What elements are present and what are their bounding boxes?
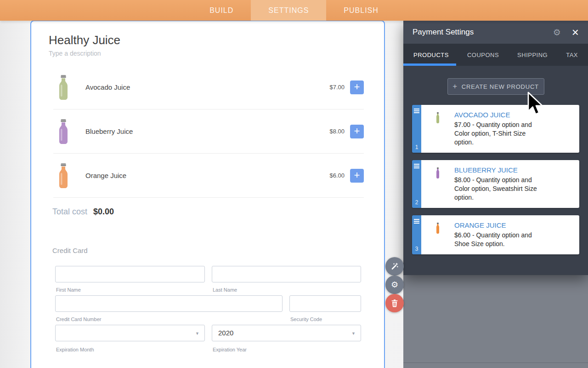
- panel-body: + CREATE NEW PRODUCT 1: [403, 66, 588, 254]
- product-price: $8.00: [329, 128, 345, 135]
- add-product-button[interactable]: +: [350, 80, 364, 94]
- product-card-name[interactable]: AVOCADO JUICE: [454, 111, 539, 119]
- product-thumbnail: [421, 166, 454, 178]
- tab-tax[interactable]: TAX: [566, 52, 578, 58]
- product-row: Blueberry Juice $8.00 +: [53, 109, 364, 154]
- expiration-month-select[interactable]: ▼: [55, 325, 205, 341]
- product-card-body: AVOCADO JUICE $7.00 - Quantity option an…: [421, 105, 579, 153]
- chevron-down-icon: ▼: [195, 331, 199, 336]
- add-product-button[interactable]: +: [350, 125, 364, 138]
- tab-build[interactable]: BUILD: [192, 0, 251, 21]
- product-name: Avocado Juice: [85, 83, 130, 91]
- tab-coupons[interactable]: COUPONS: [467, 52, 499, 58]
- product-row: Avocado Juice $7.00 +: [53, 65, 364, 109]
- product-card-description: $8.00 - Quantity option and Color option…: [454, 176, 539, 202]
- drag-handle-icon: [414, 164, 419, 169]
- juice-bottle-icon: [57, 163, 70, 189]
- card-index: 1: [412, 144, 421, 150]
- form-card: Healthy Juice Type a description Avocado…: [30, 20, 385, 368]
- tab-settings[interactable]: SETTINGS: [251, 0, 326, 21]
- form-description-placeholder[interactable]: Type a description: [49, 50, 101, 57]
- product-card[interactable]: 3 ORANGE JUICE $6.00 - Quantity option a…: [412, 215, 579, 254]
- product-price: $6.00: [329, 172, 345, 179]
- product-thumbnail: [421, 221, 454, 234]
- security-code-label: Security Code: [290, 316, 322, 322]
- product-card-name[interactable]: ORANGE JUICE: [454, 221, 539, 229]
- divider: [403, 362, 588, 363]
- plus-icon: +: [452, 82, 458, 91]
- gear-icon: ⚙: [391, 280, 398, 290]
- form-title[interactable]: Healthy Juice: [49, 33, 120, 47]
- product-card[interactable]: 1 AVOCADO JUICE $7.00 - Quantity option …: [412, 105, 579, 153]
- gear-icon[interactable]: ⚙: [553, 27, 561, 38]
- payment-settings-panel: Payment Settings ⚙ × PRODUCTS COUPONS SH…: [403, 21, 588, 275]
- product-card-body: ORANGE JUICE $6.00 - Quantity option and…: [421, 215, 579, 254]
- juice-bottle-icon: [435, 112, 440, 123]
- panel-tabs: PRODUCTS COUPONS SHIPPING TAX: [403, 44, 588, 66]
- drag-handle-icon: [414, 219, 419, 224]
- card-number-label: Credit Card Number: [56, 316, 101, 322]
- expiration-month-label: Expiration Month: [56, 347, 94, 352]
- product-card-text: ORANGE JUICE $6.00 - Quantity option and…: [454, 221, 539, 248]
- credit-card-section-label: Credit Card: [52, 247, 88, 254]
- product-thumbnail: [421, 111, 454, 123]
- create-new-product-label: CREATE NEW PRODUCT: [462, 83, 539, 90]
- product-card[interactable]: 2 BLUEBERRY JUICE $8.00 - Quantity optio…: [412, 160, 579, 208]
- juice-bottle-icon: [435, 167, 440, 178]
- plus-icon: +: [354, 125, 360, 137]
- expiration-year-select[interactable]: 2020 ▼: [212, 325, 361, 341]
- active-tab-underline: [403, 63, 456, 66]
- delete-button[interactable]: [385, 294, 404, 312]
- tab-products[interactable]: PRODUCTS: [413, 52, 449, 58]
- plus-icon: +: [354, 81, 360, 92]
- tab-shipping[interactable]: SHIPPING: [517, 52, 548, 58]
- product-name: Blueberry Juice: [85, 127, 133, 135]
- card-number-input[interactable]: [55, 295, 283, 312]
- juice-bottle-icon: [435, 223, 440, 234]
- product-card-body: BLUEBERRY JUICE $8.00 - Quantity option …: [421, 160, 579, 208]
- total-cost: Total cost $0.00: [52, 207, 114, 217]
- product-row: Orange Juice $6.00 +: [53, 154, 364, 198]
- add-product-button[interactable]: +: [350, 169, 364, 183]
- card-index: 3: [412, 246, 421, 252]
- drag-handle-icon: [414, 109, 419, 114]
- expiration-year-label: Expiration Year: [213, 347, 247, 352]
- trash-icon: [391, 299, 398, 307]
- panel-header: Payment Settings ⚙ ×: [403, 21, 588, 44]
- product-price: $7.00: [329, 84, 345, 91]
- first-name-label: First Name: [56, 287, 81, 293]
- juice-bottle-icon: [57, 119, 70, 144]
- panel-title: Payment Settings: [413, 28, 474, 37]
- total-cost-label: Total cost: [52, 207, 87, 216]
- top-bar: BUILD SETTINGS PUBLISH: [0, 0, 588, 21]
- plus-icon: +: [354, 169, 360, 181]
- last-name-label: Last Name: [213, 287, 237, 293]
- tab-publish[interactable]: PUBLISH: [326, 0, 396, 21]
- product-card-name[interactable]: BLUEBERRY JUICE: [454, 166, 539, 174]
- mouse-cursor: [527, 92, 545, 120]
- product-card-description: $6.00 - Quantity option and Shoe Size op…: [454, 231, 539, 248]
- product-name: Orange Juice: [85, 172, 126, 179]
- first-name-input[interactable]: [55, 266, 205, 282]
- product-card-text: BLUEBERRY JUICE $8.00 - Quantity option …: [454, 166, 539, 202]
- credit-card-fields: First Name Last Name Credit Card Number …: [55, 266, 361, 362]
- juice-bottle-icon: [57, 75, 70, 100]
- wizard-button[interactable]: [385, 257, 404, 276]
- drag-handle[interactable]: 3: [412, 215, 421, 254]
- product-card-text: AVOCADO JUICE $7.00 - Quantity option an…: [454, 111, 539, 147]
- total-cost-value: $0.00: [93, 207, 114, 216]
- magic-wand-icon: [390, 262, 399, 271]
- security-code-input[interactable]: [289, 295, 361, 312]
- settings-button[interactable]: ⚙: [385, 276, 404, 294]
- drag-handle[interactable]: 1: [412, 105, 421, 153]
- card-index: 2: [412, 199, 421, 206]
- close-icon[interactable]: ×: [572, 28, 579, 37]
- product-card-description: $7.00 - Quantity option and Color option…: [454, 121, 539, 147]
- drag-handle[interactable]: 2: [412, 160, 421, 208]
- product-card-list: 1 AVOCADO JUICE $7.00 - Quantity option …: [412, 105, 579, 254]
- expiration-year-value: 2020: [212, 325, 361, 341]
- last-name-input[interactable]: [212, 266, 361, 282]
- chevron-down-icon: ▼: [351, 331, 356, 336]
